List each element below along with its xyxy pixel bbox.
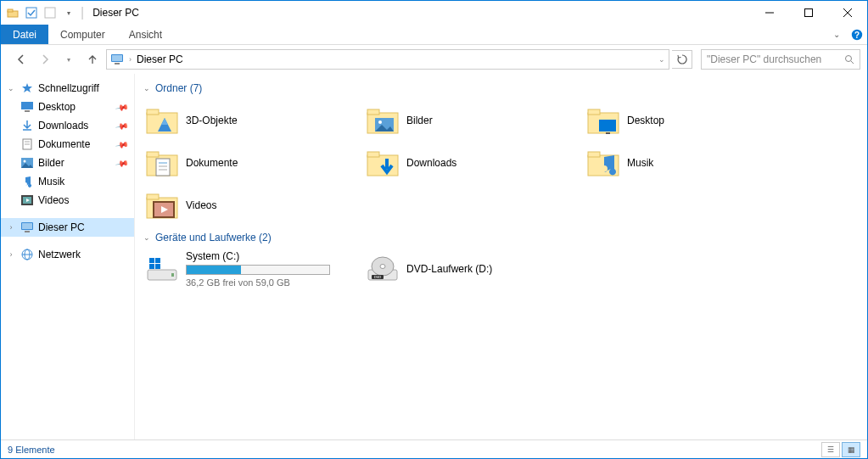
item-label: Musik [627,157,653,169]
folder-documents[interactable]: Dokumente [143,142,364,184]
drive-label: System (C:) [186,250,330,262]
sidebar-network[interactable]: › Netzwerk [1,245,134,264]
view-tiles-button[interactable]: ▦ [842,442,860,457]
tab-view[interactable]: Ansicht [117,25,174,44]
svg-rect-42 [147,152,159,157]
group-folders[interactable]: ⌄ Ordner (7) [143,82,859,94]
chevron-right-icon: › [129,55,132,64]
address-crumb[interactable]: Dieser PC [137,53,183,65]
folder-pictures[interactable]: Bilder [364,99,585,142]
nav-back-button[interactable] [11,49,31,70]
address-history-icon[interactable]: ⌄ [658,55,665,64]
folder-downloads[interactable]: Downloads [364,142,585,184]
pc-icon [110,53,124,65]
star-icon [20,81,35,96]
address-bar[interactable]: › Dieser PC ⌄ [106,49,669,70]
svg-rect-38 [588,109,600,115]
svg-point-63 [380,265,385,269]
folder-3d-objects[interactable]: 3D-Objekte [143,99,364,142]
group-count: (7) [190,82,203,94]
svg-rect-15 [21,102,33,109]
nav-up-button[interactable] [82,49,103,70]
group-devices[interactable]: ⌄ Geräte und Laufwerke (2) [143,232,859,243]
svg-text:?: ? [854,31,860,40]
qat-dropdown-icon[interactable]: ▾ [60,4,77,21]
item-label: Videos [186,199,216,211]
nav-forward-button[interactable] [35,49,55,70]
sidebar-item-pictures[interactable]: Bilder 📌 [1,154,134,172]
ribbon: Datei Computer Ansicht ⌄ ? [1,25,867,45]
pin-icon: 📌 [115,100,129,114]
sidebar-quick-access[interactable]: ⌄ Schnellzugriff [1,79,134,98]
search-input[interactable]: "Dieser PC" durchsuchen [701,49,860,70]
svg-rect-56 [171,273,174,277]
nav-row: ▾ › Dieser PC ⌄ "Dieser PC" durchsuchen [1,45,867,74]
refresh-button[interactable] [672,50,692,69]
folder-desktop[interactable]: Desktop [585,99,805,142]
svg-rect-1 [8,9,13,12]
window-icon [4,4,21,21]
sidebar-item-label: Downloads [38,120,88,132]
sidebar-item-label: Dokumente [38,138,90,150]
svg-rect-34 [367,109,379,115]
window-title: Dieser PC [92,7,139,19]
navigation-pane: ⌄ Schnellzugriff Desktop 📌 Downloads 📌 D… [1,74,135,439]
pin-icon: 📌 [115,156,129,170]
svg-rect-52 [147,194,159,199]
tab-file[interactable]: Datei [1,25,48,44]
group-label: Ordner [155,82,187,94]
chevron-right-icon[interactable]: › [6,223,16,232]
svg-rect-3 [45,8,55,18]
documents-icon [20,137,35,152]
view-details-button[interactable]: ☰ [821,442,840,457]
folder-videos[interactable]: Videos [143,184,364,227]
sidebar-item-documents[interactable]: Dokumente 📌 [1,135,134,154]
folder-icon [145,146,179,180]
drive-d[interactable]: DVD DVD-Laufwerk (D:) [364,249,585,289]
desktop-icon [20,99,35,115]
folder-icon [145,188,179,222]
pictures-icon [20,155,35,171]
drive-label: DVD-Laufwerk (D:) [406,263,492,275]
svg-rect-11 [112,55,122,61]
sidebar-item-label: Musik [38,176,64,188]
sidebar-item-downloads[interactable]: Downloads 📌 [1,116,134,135]
svg-rect-40 [606,132,610,134]
nav-recent-button[interactable]: ▾ [59,49,79,70]
svg-rect-16 [25,110,30,112]
svg-rect-26 [22,223,32,229]
downloads-icon [20,118,35,133]
drive-icon [145,252,179,286]
qat-properties-icon[interactable] [23,4,40,21]
sidebar-item-music[interactable]: Musik [1,172,134,191]
close-button[interactable] [828,1,867,25]
svg-rect-58 [155,258,160,263]
svg-rect-60 [155,264,160,269]
videos-icon [20,193,35,208]
search-icon [844,54,854,64]
svg-point-22 [24,160,26,163]
minimize-button[interactable] [750,1,789,25]
status-bar: 9 Elemente ☰ ▦ [1,439,867,458]
drive-c[interactable]: System (C:) 36,2 GB frei von 59,0 GB [143,249,364,289]
folder-music[interactable]: Musik [585,142,805,184]
content-pane: ⌄ Ordner (7) 3D-Objekte Bilder Desktop [135,74,867,439]
sidebar-this-pc[interactable]: › Dieser PC [1,218,134,237]
folder-icon [366,146,400,180]
sidebar-item-videos[interactable]: Videos [1,191,134,210]
ribbon-expand-button[interactable]: ⌄ [826,25,847,44]
maximize-button[interactable] [789,1,828,25]
svg-point-36 [378,120,382,124]
sidebar-item-desktop[interactable]: Desktop 📌 [1,98,134,116]
chevron-down-icon[interactable]: ⌄ [6,84,16,92]
chevron-right-icon[interactable]: › [6,250,16,259]
help-button[interactable]: ? [847,25,867,44]
folder-icon [366,104,400,137]
tab-computer[interactable]: Computer [48,25,117,44]
file-explorer-window: ▾ | Dieser PC Datei Computer Ansicht ⌄ ?… [0,0,868,459]
qat-newfolder-icon[interactable] [42,4,59,21]
svg-rect-5 [805,9,813,17]
network-icon [20,247,35,262]
svg-rect-12 [115,63,120,64]
svg-point-13 [846,56,852,62]
